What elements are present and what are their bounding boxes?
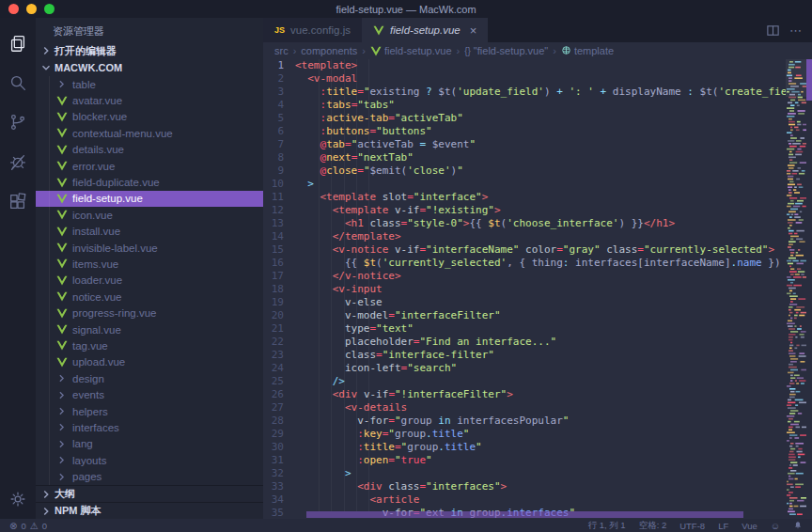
tree-item-signal-vue[interactable]: signal.vue: [36, 321, 263, 337]
tab-vue-config-js[interactable]: JSvue.config.js: [263, 18, 362, 42]
tree-item-blocker-vue[interactable]: blocker.vue: [36, 109, 263, 125]
tree-item-avatar-vue[interactable]: avatar.vue: [36, 92, 263, 108]
line-number: 32: [263, 467, 295, 480]
more-actions-icon[interactable]: ⋯: [789, 23, 803, 38]
tree-item-tag-vue[interactable]: tag.vue: [36, 337, 263, 353]
code-editor[interactable]: 1<template>2 <v-modal3 :title="existing …: [263, 59, 812, 519]
notifications-bell-icon[interactable]: [793, 521, 803, 530]
tree-item-lang[interactable]: lang: [36, 436, 263, 452]
explorer-icon[interactable]: [0, 23, 36, 63]
code-line[interactable]: 11 <template slot="interface">: [263, 191, 786, 204]
tree-item-table[interactable]: table: [36, 76, 263, 92]
code-line[interactable]: 15 <v-notice v-if="interfaceName" color=…: [263, 243, 786, 257]
code-line[interactable]: 33 <div class="interfaces">: [263, 480, 786, 493]
breadcrumb-item[interactable]: field-setup.vue: [370, 45, 452, 56]
code-line[interactable]: 5 :active-tab="activeTab": [263, 112, 786, 125]
tree-item-field-duplicate-vue[interactable]: field-duplicate.vue: [36, 174, 263, 190]
tree-item-notice-vue[interactable]: notice.vue: [36, 289, 263, 305]
tree-item-loader-vue[interactable]: loader.vue: [36, 273, 263, 289]
code-line[interactable]: 24 icon-left="search": [263, 362, 786, 375]
source-control-icon[interactable]: [0, 102, 36, 142]
code-line[interactable]: 25 />: [263, 375, 786, 388]
tree-item-pages[interactable]: pages: [36, 468, 263, 484]
code-line[interactable]: 8 @next="nextTab": [263, 151, 786, 164]
code-line[interactable]: 10 >: [263, 178, 786, 191]
tree-item-invisible-label-vue[interactable]: invisible-label.vue: [36, 240, 263, 256]
code-line[interactable]: 20 v-model="interfaceFilter": [263, 309, 786, 322]
code-line[interactable]: 18 <v-input: [263, 283, 786, 296]
code-line[interactable]: 32 >: [263, 467, 786, 480]
tree-item-details-vue[interactable]: details.vue: [36, 142, 263, 158]
code-line[interactable]: 17 </v-notice>: [263, 270, 786, 283]
split-editor-icon[interactable]: [766, 23, 780, 38]
code-line[interactable]: 30 :title="group.title": [263, 441, 786, 454]
tree-item-contextual-menu-vue[interactable]: contextual-menu.vue: [36, 125, 263, 141]
folder-chevron-icon: [55, 405, 69, 418]
breadcrumb-item[interactable]: components: [301, 45, 357, 56]
close-tab-icon[interactable]: ×: [470, 23, 477, 38]
horizontal-scrollbar[interactable]: [306, 511, 743, 518]
settings-gear-icon[interactable]: [0, 479, 36, 519]
tree-item-upload-vue[interactable]: upload.vue: [36, 354, 263, 370]
outline-section[interactable]: 大纲: [36, 485, 263, 502]
code-line[interactable]: 2 <v-modal: [263, 72, 786, 86]
tree-item-design[interactable]: design: [36, 370, 263, 386]
code-line[interactable]: 6 :buttons="buttons": [263, 125, 786, 138]
status-eol[interactable]: LF: [718, 521, 728, 531]
breadcrumb-label: template: [574, 45, 614, 56]
line-content: <div class="interfaces">: [295, 480, 786, 493]
workspace-section[interactable]: MACWK.COM: [36, 59, 263, 76]
status-encoding[interactable]: UTF-8: [679, 521, 705, 531]
code-line[interactable]: 1<template>: [263, 59, 786, 72]
debug-icon[interactable]: [0, 142, 36, 181]
status-indentation[interactable]: 空格: 2: [639, 520, 667, 532]
code-line[interactable]: 31 :open="true": [263, 454, 786, 467]
code-line[interactable]: 22 placeholder="Find an interface...": [263, 336, 786, 349]
search-icon[interactable]: [0, 63, 36, 102]
code-line[interactable]: 13 <h1 class="style-0">{{ $t('choose_int…: [263, 217, 786, 230]
code-line[interactable]: 21 type="text": [263, 322, 786, 336]
breadcrumb-item[interactable]: template: [561, 45, 614, 57]
npm-scripts-section[interactable]: NPM 脚本: [36, 502, 263, 519]
code-line[interactable]: 26 <div v-if="!interfaceFilter">: [263, 388, 786, 401]
code-line[interactable]: 3 :title="existing ? $t('update_field') …: [263, 86, 786, 99]
tree-item-label: field-duplicate.vue: [72, 177, 160, 188]
vertical-scrollbar[interactable]: [806, 59, 812, 101]
code-line[interactable]: 19 v-else: [263, 296, 786, 309]
symbol-icon: [561, 45, 571, 57]
tree-item-interfaces[interactable]: interfaces: [36, 419, 263, 435]
status-language-mode[interactable]: Vue: [742, 521, 757, 531]
problems-indicator[interactable]: ⊗ 0 ⚠ 0: [9, 521, 47, 531]
code-line[interactable]: 27 <v-details: [263, 401, 786, 415]
code-line[interactable]: 23 class="interface-filter": [263, 349, 786, 362]
tree-item-label: progress-ring.vue: [72, 307, 156, 319]
extensions-icon[interactable]: [0, 181, 36, 221]
tree-item-field-setup-vue[interactable]: field-setup.vue: [36, 191, 263, 207]
tree-item-events[interactable]: events: [36, 386, 263, 402]
tree-item-error-vue[interactable]: error.vue: [36, 158, 263, 174]
line-number: 35: [263, 507, 295, 519]
code-line[interactable]: 29 :key="group.title": [263, 428, 786, 441]
status-cursor-position[interactable]: 行 1, 列 1: [588, 520, 626, 532]
tree-item-icon-vue[interactable]: icon.vue: [36, 207, 263, 223]
code-line[interactable]: 9 @close="$emit('close')": [263, 164, 786, 178]
code-line[interactable]: 16 {{ $t('currently_selected', { thing: …: [263, 257, 786, 270]
tree-item-progress-ring-vue[interactable]: progress-ring.vue: [36, 305, 263, 321]
tree-item-install-vue[interactable]: install.vue: [36, 224, 263, 240]
line-number: 28: [263, 415, 295, 428]
tree-item-items-vue[interactable]: items.vue: [36, 256, 263, 272]
minimap[interactable]: [786, 59, 806, 519]
breadcrumb-item[interactable]: {}"field-setup.vue": [464, 45, 548, 56]
feedback-smiley-icon[interactable]: ☺: [771, 521, 780, 531]
code-line[interactable]: 7 @tab="activeTab = $event": [263, 138, 786, 151]
code-line[interactable]: 14 </template>: [263, 230, 786, 243]
tree-item-helpers[interactable]: helpers: [36, 403, 263, 419]
tab-field-setup-vue[interactable]: field-setup.vue×: [362, 18, 488, 42]
code-line[interactable]: 28 v-for="group in interfacesPopular": [263, 415, 786, 428]
breadcrumb-item[interactable]: src: [274, 45, 289, 56]
code-line[interactable]: 4 :tabs="tabs": [263, 99, 786, 112]
open-editors-section[interactable]: 打开的编辑器: [36, 42, 263, 59]
code-line[interactable]: 12 <template v-if="!existing">: [263, 204, 786, 217]
code-line[interactable]: 34 <article: [263, 493, 786, 507]
tree-item-layouts[interactable]: layouts: [36, 452, 263, 468]
